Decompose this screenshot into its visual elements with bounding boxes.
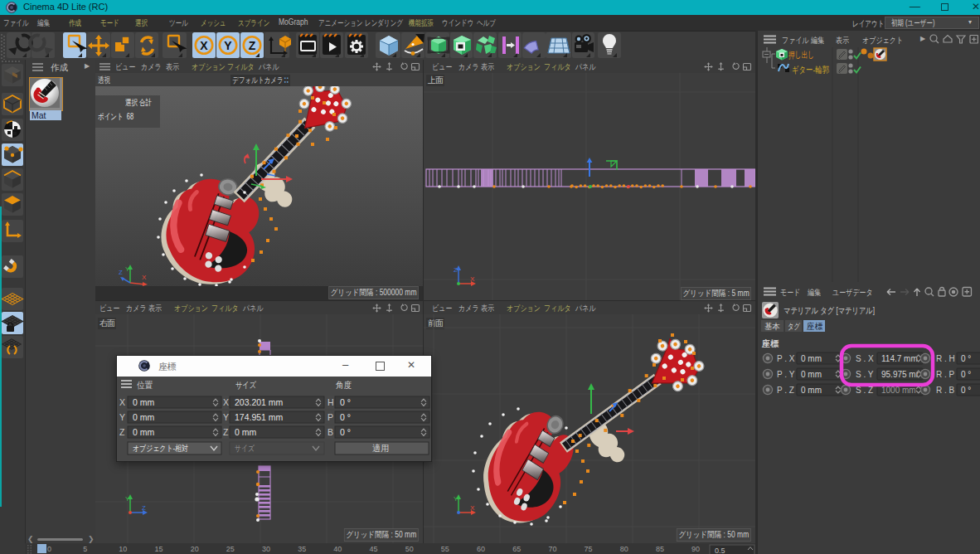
svg-text:X: X [142,274,147,281]
svg-text:P . Y: P . Y [777,370,795,379]
svg-text:20: 20 [191,545,199,553]
svg-text:0 °: 0 ° [340,412,351,422]
svg-text:Z: Z [249,39,256,52]
svg-text:Z: Z [223,427,229,437]
svg-text:0 °: 0 ° [961,370,971,379]
svg-text:1000 mm: 1000 mm [881,386,916,395]
svg-text:85: 85 [656,545,664,553]
svg-text:0: 0 [47,545,51,553]
svg-text:X: X [223,397,229,407]
svg-text:50: 50 [405,545,414,553]
svg-text:Y: Y [223,412,229,422]
svg-text:S . X: S . X [856,354,874,363]
svg-text:位置: 位置 [137,380,153,390]
svg-text:R . P: R . P [936,370,955,379]
svg-text:R . B: R . B [936,386,955,395]
svg-text:サイズ: サイズ [235,380,256,390]
svg-text:Y: Y [125,265,130,273]
svg-text:45: 45 [370,545,378,553]
svg-text:0 mm: 0 mm [133,427,155,437]
svg-text:0.5: 0.5 [715,547,725,554]
svg-text:X: X [200,39,208,52]
svg-text:95.975 mr: 95.975 mr [881,370,919,379]
svg-text:114.7 mm: 114.7 mm [881,354,918,363]
svg-text:タグ: タグ [788,322,801,331]
svg-text:0 °: 0 ° [340,397,351,407]
svg-text:0 mm: 0 mm [235,427,257,437]
svg-text:Y: Y [224,39,232,52]
svg-text:R . H: R . H [936,354,955,363]
svg-text:B: B [327,427,333,437]
svg-text:Y: Y [125,495,130,503]
svg-text:P . Z: P . Z [777,386,794,395]
svg-text:オブジェクト-相対: オブジェクト-相対 [133,444,188,453]
svg-text:0 °: 0 ° [961,386,971,395]
svg-text:サイズ: サイズ [235,444,255,453]
svg-text:適用: 適用 [372,443,389,453]
svg-text:マテリアル タグ [マテリアル]: マテリアル タグ [マテリアル] [784,305,875,315]
svg-text:Z: Z [119,269,123,276]
svg-text:40: 40 [333,545,342,553]
svg-text:15: 15 [155,545,163,553]
svg-text:H: H [327,397,334,407]
svg-text:75: 75 [585,545,593,553]
svg-text:Y: Y [454,495,458,503]
svg-text:ギター-輪郭: ギター-輪郭 [792,65,829,75]
svg-text:35: 35 [298,545,306,553]
svg-text:65: 65 [512,545,521,553]
svg-text:90: 90 [691,545,700,553]
svg-text:S . Z: S . Z [856,386,873,395]
svg-text:Z: Z [142,504,146,512]
svg-text:Y: Y [119,412,125,422]
svg-text:押し出し: 押し出し [788,50,814,60]
svg-text:0 mm: 0 mm [801,386,822,395]
svg-text:座標: 座標 [807,322,822,331]
svg-text:X: X [119,397,125,407]
svg-text:0 mm: 0 mm [801,354,822,363]
svg-text:30: 30 [262,545,270,553]
svg-text:203.201 mm: 203.201 mm [235,397,284,407]
svg-text:P: P [327,412,333,422]
svg-text:0 mm: 0 mm [801,370,822,379]
svg-text:Z: Z [454,266,458,274]
svg-text:S . Y: S . Y [856,370,874,379]
svg-text:座標: 座標 [761,338,779,348]
svg-text:10: 10 [119,545,127,553]
svg-text:174.951 mm: 174.951 mm [235,412,284,422]
svg-text:X: X [470,504,475,512]
svg-text:25: 25 [226,545,235,553]
svg-text:0 mm: 0 mm [133,412,155,422]
svg-text:X: X [470,275,475,283]
svg-text:Z: Z [119,427,125,437]
svg-text:5: 5 [83,545,87,553]
svg-text:角度: 角度 [336,380,352,390]
svg-text:80: 80 [620,545,628,553]
svg-text:60: 60 [477,545,485,553]
svg-text:70: 70 [548,545,556,553]
svg-text:55: 55 [441,545,449,553]
svg-text:0 °: 0 ° [340,427,351,437]
svg-text:0 mm: 0 mm [133,397,155,407]
svg-text:0 °: 0 ° [961,354,971,363]
svg-text:P . X: P . X [777,354,795,363]
svg-text:基本: 基本 [764,322,780,331]
